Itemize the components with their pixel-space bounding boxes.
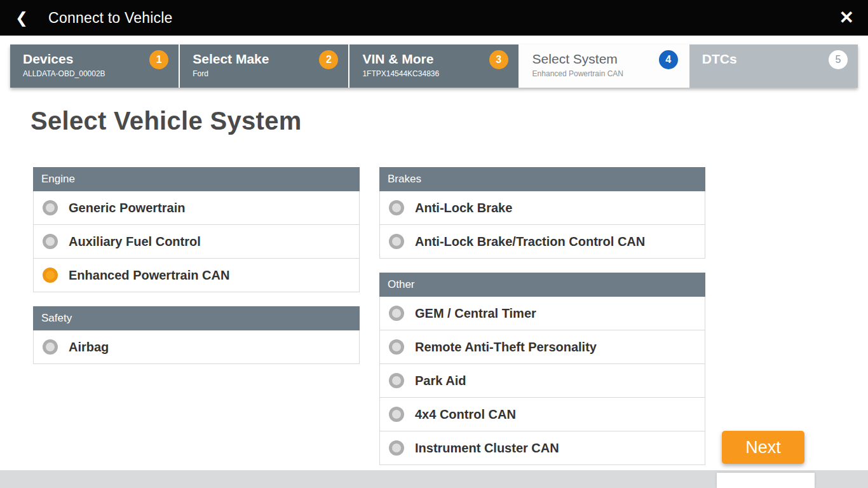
option-label: GEM / Central Timer — [415, 306, 536, 321]
step-sublabel: ALLDATA-OBD_00002B — [23, 69, 168, 78]
option-label: 4x4 Control CAN — [415, 407, 516, 422]
option-label: Auxiliary Fuel Control — [69, 234, 201, 249]
radio-icon[interactable] — [389, 407, 404, 422]
radio-icon[interactable] — [389, 306, 404, 321]
group-header-engine: Engine — [33, 167, 360, 191]
step-label: Select System — [532, 51, 678, 67]
page-title: Connect to Vehicle — [48, 10, 172, 27]
step-devices[interactable]: Devices ALLDATA-OBD_00002B 1 — [10, 44, 179, 88]
step-vin-more[interactable]: VIN & More 1FTPX14544KC34836 3 — [349, 44, 518, 88]
radio-icon[interactable] — [43, 200, 58, 215]
option-label: Instrument Cluster CAN — [415, 441, 559, 456]
option-4x4-control-can[interactable]: 4x4 Control CAN — [379, 398, 705, 431]
radio-icon[interactable] — [389, 440, 404, 456]
option-label: Anti-Lock Brake/Traction Control CAN — [415, 234, 645, 249]
option-park-aid[interactable]: Park Aid — [379, 364, 705, 398]
option-label: Remote Anti-Theft Personality — [415, 340, 597, 355]
option-label: Park Aid — [415, 374, 466, 388]
connect-to-vehicle-screen: ❮ Connect to Vehicle ✕ Devices ALLDATA-O… — [0, 0, 868, 488]
radio-icon[interactable] — [389, 234, 404, 249]
group-brakes: Brakes Anti-Lock Brake Anti-Lock Brake/T… — [379, 167, 705, 259]
group-safety: Safety Airbag — [33, 306, 360, 364]
system-column-right: Brakes Anti-Lock Brake Anti-Lock Brake/T… — [379, 167, 705, 479]
option-anti-lock-brake[interactable]: Anti-Lock Brake — [379, 191, 705, 225]
option-label: Generic Powertrain — [69, 201, 185, 215]
option-label: Enhanced Powertrain CAN — [69, 268, 229, 283]
step-sublabel: 1FTPX14544KC34836 — [362, 69, 508, 78]
option-label: Airbag — [69, 340, 109, 355]
group-header-other: Other — [379, 273, 705, 297]
option-auxiliary-fuel-control[interactable]: Auxiliary Fuel Control — [33, 225, 360, 259]
radio-icon[interactable] — [43, 234, 58, 249]
option-enhanced-powertrain-can[interactable]: Enhanced Powertrain CAN — [33, 259, 360, 292]
group-header-safety: Safety — [33, 306, 360, 330]
radio-icon[interactable] — [43, 339, 58, 355]
titlebar: ❮ Connect to Vehicle ✕ — [0, 0, 868, 36]
close-icon[interactable]: ✕ — [839, 9, 854, 27]
step-number-badge: 4 — [659, 50, 678, 69]
option-generic-powertrain[interactable]: Generic Powertrain — [33, 191, 360, 225]
group-other: Other GEM / Central Timer Remote Anti-Th… — [379, 273, 705, 465]
option-instrument-cluster-can[interactable]: Instrument Cluster CAN — [379, 431, 705, 465]
back-icon[interactable]: ❮ — [15, 10, 28, 25]
radio-icon[interactable] — [389, 339, 404, 355]
step-label: VIN & More — [362, 51, 508, 67]
bottom-panel — [717, 473, 815, 488]
step-select-make[interactable]: Select Make Ford 2 — [180, 44, 348, 88]
option-gem-central-timer[interactable]: GEM / Central Timer — [379, 297, 705, 330]
step-dtcs[interactable]: DTCs 5 — [689, 44, 858, 88]
radio-icon[interactable] — [389, 373, 404, 388]
page-heading: Select Vehicle System — [31, 107, 302, 135]
step-label: DTCs — [702, 51, 848, 67]
step-label: Devices — [23, 51, 168, 67]
step-label: Select Make — [193, 51, 338, 67]
step-sublabel: Enhanced Powertrain CAN — [532, 69, 678, 78]
option-airbag[interactable]: Airbag — [33, 330, 360, 364]
radio-icon[interactable] — [43, 268, 58, 283]
group-header-brakes: Brakes — [379, 167, 705, 191]
radio-icon[interactable] — [389, 200, 404, 215]
step-number-badge: 3 — [489, 50, 508, 69]
group-engine: Engine Generic Powertrain Auxiliary Fuel… — [33, 167, 360, 292]
wizard-stepper: Devices ALLDATA-OBD_00002B 1 Select Make… — [10, 44, 858, 88]
option-label: Anti-Lock Brake — [415, 201, 512, 215]
system-column-left: Engine Generic Powertrain Auxiliary Fuel… — [33, 167, 360, 378]
step-sublabel: Ford — [193, 69, 338, 78]
option-remote-anti-theft-personality[interactable]: Remote Anti-Theft Personality — [379, 330, 705, 364]
step-number-badge: 5 — [829, 50, 848, 69]
step-select-system[interactable]: Select System Enhanced Powertrain CAN 4 — [520, 44, 688, 88]
option-anti-lock-brake-traction-control-can[interactable]: Anti-Lock Brake/Traction Control CAN — [379, 225, 705, 259]
step-number-badge: 1 — [149, 50, 168, 69]
next-button[interactable]: Next — [722, 431, 804, 464]
